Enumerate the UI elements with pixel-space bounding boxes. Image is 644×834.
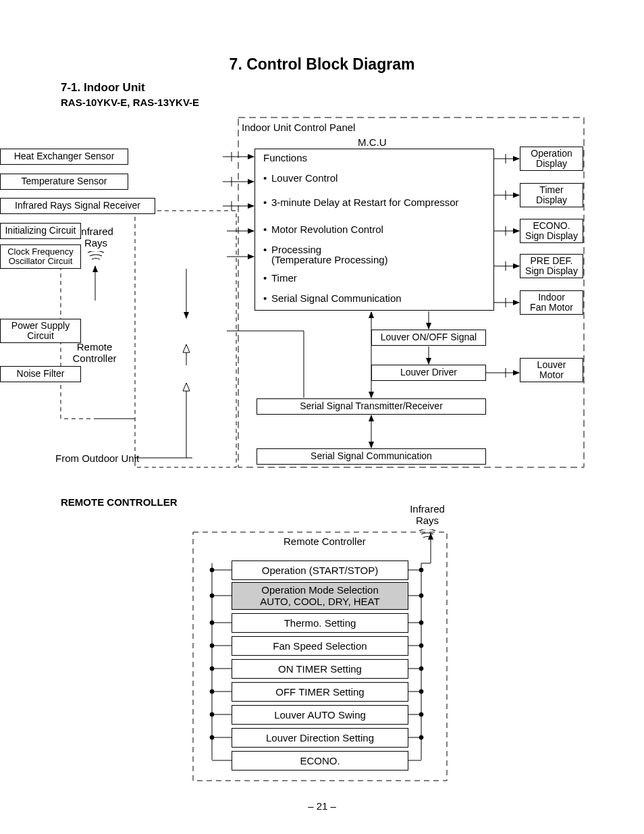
svg-point-48 <box>419 644 423 648</box>
func-timer: Timer <box>271 273 297 293</box>
functions-title: Functions <box>263 152 307 163</box>
box-indoor-fan-motor: IndoorFan Motor <box>520 290 583 315</box>
rc-fan-speed: Fan Speed Selection <box>232 636 408 656</box>
svg-point-50 <box>210 667 214 671</box>
rc-thermo: Thermo. Setting <box>232 613 408 633</box>
svg-point-64 <box>419 735 423 739</box>
box-serial-comm: Serial Signal Communication <box>257 448 486 465</box>
svg-point-52 <box>419 667 423 671</box>
rc-louver-dir: Louver Direction Setting <box>232 728 408 748</box>
box-heat-exchanger-sensor: Heat Exchanger Sensor <box>0 149 128 165</box>
svg-point-42 <box>210 621 214 625</box>
func-processing: Processing(Temperature Processing) <box>271 244 388 273</box>
box-noise-filter: Noise Filter <box>0 366 81 382</box>
func-motor-rev: Motor Revolution Control <box>271 224 383 244</box>
rc-op-mode-l2: AUTO, COOL, DRY, HEAT <box>232 596 408 608</box>
rc-title: Remote Controller <box>284 536 366 547</box>
box-initializing-circuit: Initializing Circuit <box>0 223 81 239</box>
rc-louver-auto: Louver AUTO Swing <box>232 705 408 725</box>
func-louver-control: Louver Control <box>271 173 338 197</box>
rc-op-mode-l1: Operation Mode Selection <box>232 585 408 596</box>
box-louver-signal: Louver ON/OFF Signal <box>371 330 486 346</box>
models-heading: RAS-10YKV-E, RAS-13YKV-E <box>61 97 199 108</box>
rc-heading: REMOTE CONTROLLER <box>61 496 178 508</box>
svg-point-54 <box>210 689 214 694</box>
box-temperature-sensor: Temperature Sensor <box>0 174 128 190</box>
rc-infrared-icon <box>418 529 437 540</box>
svg-point-34 <box>210 568 214 572</box>
infrared-rays-label: InfraredRays <box>76 226 116 249</box>
box-operation-display: OperationDisplay <box>520 147 583 171</box>
box-louver-motor: LouverMotor <box>520 358 583 382</box>
svg-point-36 <box>419 568 423 572</box>
svg-point-56 <box>419 689 423 694</box>
from-outdoor-label: From Outdoor Unit <box>55 452 139 464</box>
remote-controller-label: RemoteController <box>68 341 122 364</box>
box-clock-freq: Clock FrequencyOscillator Circuit <box>0 244 81 269</box>
box-mcu-functions: Functions •Louver Control •3-minute Dela… <box>254 149 494 311</box>
box-power-supply: Power SupplyCircuit <box>0 319 81 343</box>
page-number: – 21 – <box>0 800 644 812</box>
svg-point-44 <box>419 621 423 625</box>
rc-econo: ECONO. <box>232 751 408 771</box>
rc-op-mode: Operation Mode Selection AUTO, COOL, DRY… <box>232 582 408 610</box>
svg-point-60 <box>419 712 423 716</box>
rc-op-start-stop: Operation (START/STOP) <box>232 561 408 580</box>
svg-point-62 <box>210 735 214 739</box>
box-timer-display: TimerDisplay <box>520 183 583 207</box>
box-louver-driver: Louver Driver <box>371 365 486 381</box>
box-serial-txrx: Serial Signal Transmitter/Receiver <box>257 398 486 415</box>
svg-point-38 <box>210 594 214 598</box>
box-ir-receiver: Infrared Rays Signal Receiver <box>0 198 155 214</box>
rc-ir-label: InfraredRays <box>407 503 448 526</box>
svg-point-46 <box>210 644 214 648</box>
svg-point-58 <box>210 712 214 716</box>
func-3min-delay: 3-minute Delay at Restart for Compressor <box>271 197 459 224</box>
box-predef-display: PRE DEF.Sign Display <box>520 254 583 278</box>
functions-list: •Louver Control •3-minute Delay at Resta… <box>263 173 486 303</box>
svg-rect-1 <box>135 211 236 467</box>
page-title: 7. Control Block Diagram <box>0 55 644 74</box>
panel-label: Indoor Unit Control Panel <box>242 122 355 133</box>
box-econo-display: ECONO.Sign Display <box>520 219 583 243</box>
section-heading: 7-1. Indoor Unit <box>61 81 145 95</box>
rc-off-timer: OFF TIMER Setting <box>232 682 408 702</box>
infrared-icon <box>86 251 105 262</box>
page-root: 7. Control Block Diagram 7-1. Indoor Uni… <box>0 0 644 834</box>
mcu-label: M.C.U <box>358 136 387 148</box>
func-serial: Serial Signal Communication <box>271 293 402 303</box>
svg-point-40 <box>419 594 423 598</box>
rc-on-timer: ON TIMER Setting <box>232 659 408 679</box>
